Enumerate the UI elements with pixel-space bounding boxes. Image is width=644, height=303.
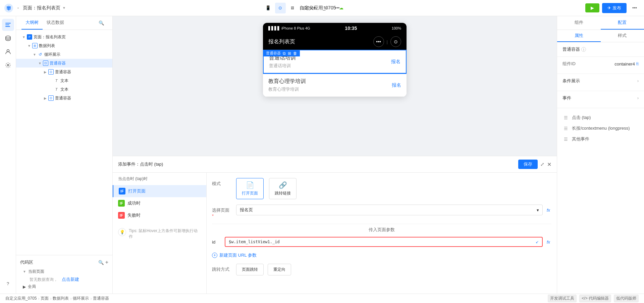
- breadcrumb-1[interactable]: 页面: [41, 296, 49, 301]
- preview-btn[interactable]: ⊙: [275, 3, 286, 13]
- subtab-attr[interactable]: 属性: [557, 30, 601, 42]
- tree-label-container-selected: 普通容器: [50, 60, 110, 66]
- delete-toolbar-icon[interactable]: 🗑: [293, 51, 297, 56]
- mode-jump-link[interactable]: 🔗 跳转链接: [269, 178, 297, 199]
- publish-button[interactable]: ✈ 发布: [602, 3, 627, 13]
- search-outline-btn[interactable]: 🔍: [96, 16, 107, 30]
- toolbar-dot: [17, 7, 19, 9]
- page-title-area[interactable]: 页面：报名列表页 ▼: [23, 5, 260, 11]
- mobile-view-btn[interactable]: 📱: [263, 3, 274, 13]
- event-item-tap[interactable]: ☰ 点击 (tap): [562, 112, 639, 123]
- tree-item-text1[interactable]: ▶ T 文本 ≡: [16, 76, 112, 85]
- tab-component[interactable]: 组件: [557, 16, 601, 30]
- tree-item-container-selected[interactable]: ▼ ⊡ 普通容器: [16, 59, 112, 68]
- tree-toggle-container2[interactable]: ▶: [43, 70, 48, 74]
- tab-config[interactable]: 配置: [601, 16, 644, 30]
- param-fx-btn[interactable]: fx: [545, 238, 551, 246]
- tree-item-container2[interactable]: ▶ ⊡ 普通容器: [16, 68, 112, 76]
- code-title: 代码区: [20, 259, 33, 265]
- page-fx-btn[interactable]: fx: [545, 206, 551, 214]
- phone-list-item-1[interactable]: 教育心理学培训 教育心理学培训 报名: [263, 74, 407, 97]
- tree-action-btn-2[interactable]: ≡: [104, 52, 110, 57]
- current-page-item[interactable]: ▼ 当前页面: [20, 267, 108, 276]
- logo: [4, 3, 13, 13]
- condition-display-title: 条件展示: [562, 78, 580, 84]
- breadcrumb-4[interactable]: 普通容器: [93, 296, 109, 301]
- create-new-link[interactable]: 点击新建: [62, 277, 79, 282]
- event-item-other[interactable]: ☰ 其他事件: [562, 134, 639, 144]
- new-param-plus-icon: +: [212, 253, 217, 258]
- redirect-option-0[interactable]: 页面跳转: [236, 264, 264, 275]
- redirect-option-1[interactable]: 重定向: [268, 264, 291, 275]
- close-panel-icon[interactable]: ✕: [547, 161, 551, 168]
- tree-item-text2[interactable]: ▶ T 文本 ≡: [16, 85, 112, 94]
- debug-tool-btn[interactable]: 开发调试工具: [548, 295, 577, 302]
- event-item-longpress[interactable]: ☰ 长按/contextmenu (longpress): [562, 123, 639, 134]
- phone-item-0-info: 普通话培训 普通话培训: [269, 54, 296, 69]
- component-name: 普通容器 i: [562, 46, 639, 52]
- component-id-field: 组件ID container4 ⎘: [562, 61, 639, 67]
- global-item[interactable]: ▶ 全局: [20, 283, 108, 291]
- subtab-style[interactable]: 样式: [601, 30, 644, 42]
- param-input-id[interactable]: $w.item_listView1._id ↙: [225, 237, 543, 247]
- add-code-btn[interactable]: +: [105, 259, 108, 265]
- tree-toggle-datalist[interactable]: ▼: [27, 43, 32, 48]
- mode-selector: 📄 打开页面 🔗 跳转链接: [236, 178, 551, 199]
- mode-open-page[interactable]: 📄 打开页面: [236, 178, 264, 199]
- phone-item-1-title: 教育心理学培训: [268, 78, 306, 85]
- tree-toggle-container3[interactable]: ▶: [43, 96, 48, 100]
- tree-item-loop[interactable]: ▼ ↺ 循环展示 ≡: [16, 50, 112, 59]
- svg-rect-1: [5, 23, 11, 24]
- component-id-label: 组件ID: [562, 61, 576, 67]
- breadcrumb-2[interactable]: 数据列表: [53, 296, 69, 301]
- event-action-fail[interactable]: IF 失败时: [113, 209, 206, 221]
- tree-action-btn-1[interactable]: ≡: [104, 43, 110, 48]
- sidebar-data-btn[interactable]: [2, 32, 14, 44]
- expand-panel-icon[interactable]: ⤢: [540, 162, 544, 167]
- code-editor-btn[interactable]: </> 代码编辑器: [579, 295, 611, 302]
- phone-nav-circle-btn[interactable]: ⊙: [390, 36, 401, 47]
- tree-action-btn-4[interactable]: ≡: [104, 87, 110, 92]
- breadcrumb-3[interactable]: 循环展示: [73, 296, 89, 301]
- tap-event-icon: ☰: [562, 114, 569, 121]
- tree-toggle-loop[interactable]: ▼: [32, 52, 37, 57]
- phone-nav-more-btn[interactable]: •••: [373, 36, 384, 47]
- top-toolbar: 页面：报名列表页 ▼ 📱 ⊙ 🖥 100% ▾ ↻ ••• 自定义应用_0705…: [0, 0, 644, 16]
- save-button[interactable]: 保存: [518, 160, 538, 169]
- event-action-open-page[interactable]: IF 打开页面: [113, 185, 206, 197]
- desktop-view-btn[interactable]: 🖥: [287, 3, 298, 13]
- tab-state-data[interactable]: 状态数据: [43, 16, 68, 30]
- new-param-button[interactable]: + 新建页面 URL 参数: [212, 251, 551, 258]
- sidebar-help-btn[interactable]: ?: [2, 277, 14, 290]
- sidebar-settings-btn[interactable]: [2, 59, 14, 71]
- extra-more-btn[interactable]: •••: [629, 3, 640, 13]
- tree-item-container3[interactable]: ▶ ⊡ 普通容器: [16, 94, 112, 102]
- tree-item-datalist[interactable]: ▼ ⊞ 数据列表 ≡: [16, 41, 112, 50]
- phone-page-title: 报名列表页: [268, 38, 295, 45]
- breadcrumb-0[interactable]: 自定义应用_0705: [5, 296, 37, 301]
- tree-item-page[interactable]: ▼ P 页面：报名列表页: [16, 33, 112, 41]
- copy-id-icon[interactable]: ⎘: [636, 61, 639, 66]
- tree-toggle-container[interactable]: ▼: [38, 61, 42, 66]
- tree-action-btn-3[interactable]: ≡: [104, 78, 110, 83]
- run-button[interactable]: ▶: [585, 3, 599, 12]
- search-code-btn[interactable]: 🔍: [98, 259, 104, 265]
- event-action-success[interactable]: IF 成功时: [113, 197, 206, 209]
- sidebar-outline-btn[interactable]: [2, 19, 14, 31]
- tree-label-loop: 循环展示: [44, 52, 104, 57]
- phone-item-1-btn[interactable]: 报名: [392, 82, 401, 88]
- loop-icon: ↺: [38, 52, 43, 57]
- sidebar-user-btn[interactable]: [2, 46, 14, 58]
- tree-toggle-page[interactable]: ▼: [21, 35, 26, 39]
- page-select-dropdown[interactable]: 报名页 ▾: [236, 205, 543, 215]
- component-info-icon[interactable]: i: [581, 47, 586, 52]
- copy-toolbar-icon[interactable]: ⧉: [283, 51, 286, 56]
- lowcode-btn[interactable]: 低代码版师: [614, 295, 639, 302]
- phone-list-item-0[interactable]: 普通容器 ⧉ ⊞ 🗑 普通话培训 普通话培训 报名: [263, 50, 407, 74]
- condition-expand-icon[interactable]: ›: [637, 79, 639, 83]
- breadcrumb-sep-1: ›: [50, 296, 51, 301]
- phone-item-0-btn[interactable]: 报名: [391, 59, 400, 65]
- tab-outline[interactable]: 大纲树: [21, 16, 43, 30]
- events-expand-icon[interactable]: ›: [637, 96, 639, 100]
- duplicate-toolbar-icon[interactable]: ⊞: [288, 51, 291, 56]
